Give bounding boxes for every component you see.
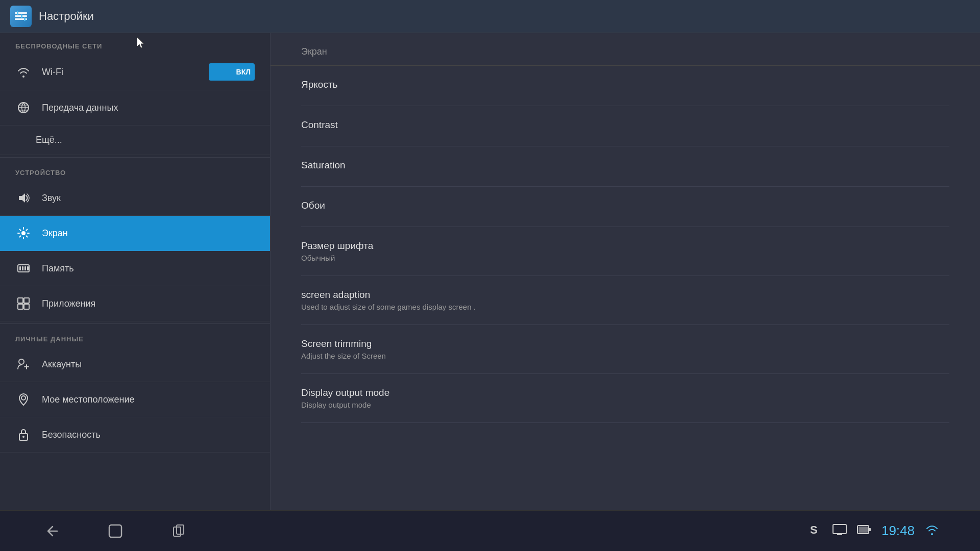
location-label: Мое местоположение [42, 394, 135, 405]
main-content: БЕСПРОВОДНЫЕ СЕТИ Wi-Fi ВКЛ [0, 33, 980, 510]
recents-button[interactable] [167, 520, 190, 542]
top-bar: Настройки [0, 0, 980, 33]
svg-rect-15 [24, 298, 29, 303]
wifi-toggle[interactable]: ВКЛ [209, 63, 255, 81]
bottom-right-status: S 19:48 [808, 522, 939, 540]
screen-adaption-title: screen adaption [301, 289, 949, 300]
settings-brightness[interactable]: Яркость [301, 66, 949, 106]
settings-display-output[interactable]: Display output mode Display output mode [301, 374, 949, 423]
section-header-wireless: БЕСПРОВОДНЫЕ СЕТИ [0, 33, 270, 54]
sound-label: Звук [42, 193, 61, 204]
apps-icon [15, 295, 32, 312]
svg-rect-12 [24, 266, 26, 270]
section-header-personal: ЛИЧНЫЕ ДАННЫЕ [0, 326, 270, 347]
svg-rect-31 [859, 527, 868, 533]
svg-point-21 [22, 436, 24, 438]
s-status-icon: S [808, 522, 822, 540]
back-button[interactable] [41, 520, 63, 542]
wifi-label: Wi-Fi [42, 67, 63, 78]
svg-marker-7 [19, 193, 25, 203]
accounts-icon [15, 356, 32, 372]
more-label: Ещё... [36, 135, 62, 145]
sidebar-item-sound[interactable]: Звук [0, 181, 270, 216]
data-icon [15, 99, 32, 116]
display-output-title: Display output mode [301, 387, 949, 398]
sidebar-item-accounts[interactable]: Аккаунты [0, 347, 270, 382]
settings-screen-adaption[interactable]: screen adaption Used to adjust size of s… [301, 276, 949, 325]
sidebar-item-security[interactable]: Безопасность [0, 417, 270, 453]
apps-label: Приложения [42, 298, 95, 309]
content-panel: Экран Яркость Contrast Saturation Обои Р… [271, 33, 980, 510]
app-icon [10, 6, 32, 27]
content-header: Экран [271, 33, 980, 66]
bottom-nav [41, 520, 190, 542]
svg-rect-17 [24, 304, 29, 309]
screen-settings-icon [15, 225, 32, 241]
svg-rect-5 [24, 17, 26, 21]
content-title: Экран [301, 46, 327, 57]
svg-rect-13 [27, 266, 29, 270]
screen-trimming-subtitle: Adjust the size of Screen [301, 352, 949, 360]
accounts-label: Аккаунты [42, 359, 82, 370]
svg-rect-22 [109, 525, 121, 537]
sidebar-item-data[interactable]: Передача данных [0, 90, 270, 126]
settings-list: Яркость Contrast Saturation Обои Размер … [271, 66, 980, 423]
svg-rect-3 [17, 11, 18, 15]
svg-rect-26 [833, 524, 846, 534]
security-label: Безопасность [42, 430, 101, 440]
memory-label: Память [42, 263, 74, 274]
wifi-icon [15, 64, 32, 80]
contrast-title: Contrast [301, 119, 949, 131]
svg-point-19 [21, 396, 26, 400]
svg-rect-0 [15, 12, 27, 14]
app-title: Настройки [39, 10, 94, 23]
bottom-bar: S 19:48 [0, 510, 980, 551]
memory-icon [15, 260, 32, 277]
settings-screen-trimming[interactable]: Screen trimming Adjust the size of Scree… [301, 325, 949, 374]
sidebar-item-wifi[interactable]: Wi-Fi ВКЛ [0, 54, 270, 90]
brightness-title: Яркость [301, 79, 949, 90]
svg-point-18 [19, 359, 24, 364]
svg-rect-30 [869, 528, 871, 531]
screen-status-icon [832, 524, 847, 538]
wallpaper-title: Обои [301, 200, 949, 211]
sidebar-item-more[interactable]: Ещё... [0, 126, 270, 155]
sound-icon [15, 190, 32, 206]
saturation-title: Saturation [301, 160, 949, 171]
svg-rect-10 [19, 266, 21, 270]
time-display: 19:48 [881, 523, 915, 539]
svg-rect-11 [22, 266, 23, 270]
location-icon [15, 391, 32, 408]
svg-rect-16 [18, 304, 23, 309]
svg-text:S: S [810, 523, 818, 536]
font-size-subtitle: Обычный [301, 254, 949, 262]
svg-point-8 [21, 231, 26, 235]
settings-contrast[interactable]: Contrast [301, 106, 949, 146]
settings-wallpaper[interactable]: Обои [301, 187, 949, 227]
divider-1 [0, 157, 270, 158]
screen-adaption-subtitle: Used to adjust size of some games displa… [301, 303, 949, 311]
sidebar-item-location[interactable]: Мое местоположение [0, 382, 270, 417]
wifi-status-icon [925, 524, 939, 538]
screen-label: Экран [42, 228, 68, 239]
home-button[interactable] [104, 520, 127, 542]
sidebar-item-screen[interactable]: Экран [0, 216, 270, 251]
settings-saturation[interactable]: Saturation [301, 146, 949, 187]
wifi-toggle-label: ВКЛ [236, 68, 251, 76]
section-header-device: УСТРОЙСТВО [0, 160, 270, 181]
svg-rect-4 [21, 14, 22, 18]
sidebar-item-memory[interactable]: Память [0, 251, 270, 286]
settings-font-size[interactable]: Размер шрифта Обычный [301, 227, 949, 276]
screen-trimming-title: Screen trimming [301, 338, 949, 349]
sidebar: БЕСПРОВОДНЫЕ СЕТИ Wi-Fi ВКЛ [0, 33, 271, 510]
svg-rect-14 [18, 298, 23, 303]
data-label: Передача данных [42, 103, 118, 113]
divider-2 [0, 323, 270, 324]
sidebar-item-apps[interactable]: Приложения [0, 286, 270, 321]
battery-icon [857, 523, 871, 539]
security-icon [15, 427, 32, 443]
display-output-subtitle: Display output mode [301, 400, 949, 409]
font-size-title: Размер шрифта [301, 240, 949, 252]
